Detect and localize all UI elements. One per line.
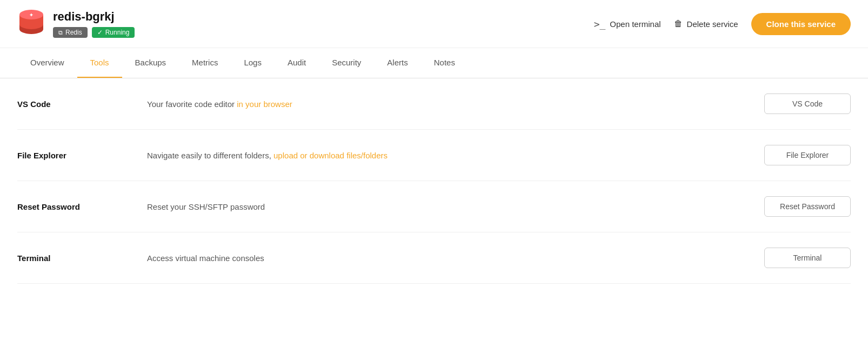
tool-desc-vscode: Your favorite code editor in your browse… xyxy=(147,99,753,109)
vscode-button[interactable]: VS Code xyxy=(764,94,851,114)
reset-password-button[interactable]: Reset Password xyxy=(764,196,851,217)
delete-service-button[interactable]: 🗑 Delete service xyxy=(674,19,738,29)
service-badges: ⧉ Redis ✓ Running xyxy=(53,27,135,38)
tool-row-vscode: VS Code Your favorite code editor in you… xyxy=(17,78,851,130)
open-terminal-button[interactable]: >_ Open terminal xyxy=(594,18,661,30)
tab-tools[interactable]: Tools xyxy=(77,48,122,78)
tabs-container: Overview Tools Backups Metrics Logs Audi… xyxy=(0,48,868,78)
header: ✦ redis-bgrkj ⧉ Redis ✓ Running >_ Open … xyxy=(0,0,868,48)
tool-desc-file-explorer: Navigate easily to different folders, up… xyxy=(147,151,753,160)
tool-row-reset-password: Reset Password Reset your SSH/SFTP passw… xyxy=(17,181,851,232)
running-badge: ✓ Running xyxy=(92,27,135,38)
tool-row-terminal: Terminal Access virtual machine consoles… xyxy=(17,232,851,284)
tab-overview[interactable]: Overview xyxy=(17,48,77,78)
tab-security[interactable]: Security xyxy=(319,48,374,78)
tab-backups[interactable]: Backups xyxy=(122,48,179,78)
tool-name-terminal: Terminal xyxy=(17,254,136,263)
terminal-icon: >_ xyxy=(594,18,606,30)
service-logo: ✦ xyxy=(17,10,45,38)
tab-metrics[interactable]: Metrics xyxy=(179,48,231,78)
copy-icon: ⧉ xyxy=(58,29,63,36)
redis-badge: ⧉ Redis xyxy=(53,27,88,38)
header-left: ✦ redis-bgrkj ⧉ Redis ✓ Running xyxy=(17,10,585,38)
check-icon: ✓ xyxy=(97,29,103,36)
tab-audit[interactable]: Audit xyxy=(275,48,319,78)
service-name: redis-bgrkj xyxy=(53,10,135,24)
tab-alerts[interactable]: Alerts xyxy=(374,48,420,78)
tab-logs[interactable]: Logs xyxy=(231,48,275,78)
trash-icon: 🗑 xyxy=(674,19,683,29)
tool-row-file-explorer: File Explorer Navigate easily to differe… xyxy=(17,130,851,181)
tool-name-vscode: VS Code xyxy=(17,99,136,109)
file-explorer-button[interactable]: File Explorer xyxy=(764,145,851,165)
tool-desc-reset-password: Reset your SSH/SFTP password xyxy=(147,202,753,211)
header-actions: >_ Open terminal 🗑 Delete service Clone … xyxy=(594,13,851,35)
clone-service-button[interactable]: Clone this service xyxy=(751,13,851,35)
svg-text:✦: ✦ xyxy=(29,12,34,18)
terminal-button[interactable]: Terminal xyxy=(764,248,851,268)
tab-notes[interactable]: Notes xyxy=(421,48,468,78)
service-info: redis-bgrkj ⧉ Redis ✓ Running xyxy=(53,10,135,38)
tool-desc-terminal: Access virtual machine consoles xyxy=(147,254,753,263)
tool-name-reset-password: Reset Password xyxy=(17,202,136,211)
tool-name-file-explorer: File Explorer xyxy=(17,151,136,160)
tools-content: VS Code Your favorite code editor in you… xyxy=(0,78,868,284)
